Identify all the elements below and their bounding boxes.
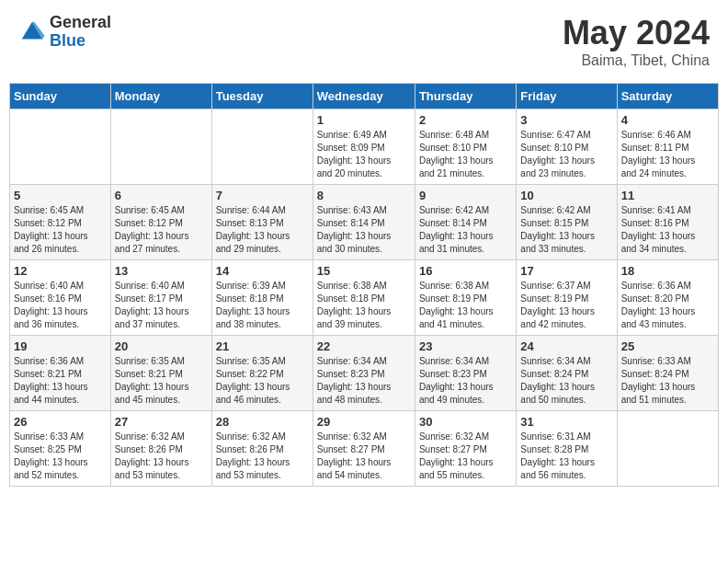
day-number: 31 bbox=[520, 415, 612, 429]
day-info: Sunrise: 6:39 AM Sunset: 8:18 PM Dayligh… bbox=[216, 280, 309, 331]
day-info: Sunrise: 6:32 AM Sunset: 8:26 PM Dayligh… bbox=[216, 431, 309, 482]
day-info: Sunrise: 6:34 AM Sunset: 8:24 PM Dayligh… bbox=[520, 355, 612, 407]
weekday-header-saturday: Saturday bbox=[617, 84, 718, 109]
day-number: 10 bbox=[520, 189, 612, 202]
day-number: 13 bbox=[115, 264, 208, 278]
calendar-table: SundayMondayTuesdayWednesdayThursdayFrid… bbox=[9, 83, 719, 487]
calendar-cell: 8Sunrise: 6:43 AM Sunset: 8:14 PM Daylig… bbox=[313, 185, 415, 260]
calendar-cell bbox=[10, 109, 111, 185]
calendar-cell: 14Sunrise: 6:39 AM Sunset: 8:18 PM Dayli… bbox=[211, 260, 313, 336]
location: Baima, Tibet, China bbox=[563, 52, 710, 69]
day-info: Sunrise: 6:40 AM Sunset: 8:16 PM Dayligh… bbox=[14, 280, 107, 331]
calendar-cell: 23Sunrise: 6:34 AM Sunset: 8:23 PM Dayli… bbox=[415, 336, 516, 411]
day-info: Sunrise: 6:41 AM Sunset: 8:16 PM Dayligh… bbox=[621, 204, 714, 256]
day-info: Sunrise: 6:35 AM Sunset: 8:21 PM Dayligh… bbox=[115, 355, 208, 407]
day-info: Sunrise: 6:36 AM Sunset: 8:20 PM Dayligh… bbox=[621, 280, 714, 331]
calendar-cell bbox=[211, 109, 313, 185]
calendar-cell: 30Sunrise: 6:32 AM Sunset: 8:27 PM Dayli… bbox=[415, 411, 516, 487]
day-info: Sunrise: 6:47 AM Sunset: 8:10 PM Dayligh… bbox=[520, 129, 612, 180]
day-info: Sunrise: 6:34 AM Sunset: 8:23 PM Dayligh… bbox=[419, 355, 512, 407]
logo: General Blue bbox=[18, 14, 111, 51]
day-number: 16 bbox=[419, 264, 512, 278]
day-info: Sunrise: 6:44 AM Sunset: 8:13 PM Dayligh… bbox=[216, 204, 309, 256]
calendar-cell: 27Sunrise: 6:32 AM Sunset: 8:26 PM Dayli… bbox=[110, 411, 211, 487]
day-info: Sunrise: 6:37 AM Sunset: 8:19 PM Dayligh… bbox=[520, 280, 612, 331]
calendar-cell: 6Sunrise: 6:45 AM Sunset: 8:12 PM Daylig… bbox=[110, 185, 211, 260]
day-info: Sunrise: 6:32 AM Sunset: 8:27 PM Dayligh… bbox=[317, 431, 411, 482]
calendar-week-0: 1Sunrise: 6:49 AM Sunset: 8:09 PM Daylig… bbox=[10, 109, 719, 185]
calendar-cell bbox=[110, 109, 211, 185]
weekday-header-sunday: Sunday bbox=[10, 84, 111, 109]
day-number: 5 bbox=[14, 189, 107, 202]
day-number: 1 bbox=[317, 113, 411, 127]
calendar-body: 1Sunrise: 6:49 AM Sunset: 8:09 PM Daylig… bbox=[10, 109, 719, 487]
day-number: 21 bbox=[216, 339, 309, 353]
day-number: 4 bbox=[621, 113, 714, 127]
calendar-cell bbox=[617, 411, 718, 487]
calendar-cell: 31Sunrise: 6:31 AM Sunset: 8:28 PM Dayli… bbox=[517, 411, 617, 487]
calendar-week-4: 26Sunrise: 6:33 AM Sunset: 8:25 PM Dayli… bbox=[10, 411, 719, 487]
day-number: 12 bbox=[14, 264, 107, 278]
logo-general: General bbox=[50, 14, 111, 32]
day-info: Sunrise: 6:34 AM Sunset: 8:23 PM Dayligh… bbox=[317, 355, 411, 407]
calendar-cell: 13Sunrise: 6:40 AM Sunset: 8:17 PM Dayli… bbox=[110, 260, 211, 336]
day-info: Sunrise: 6:45 AM Sunset: 8:12 PM Dayligh… bbox=[115, 204, 208, 256]
day-number: 14 bbox=[216, 264, 309, 278]
day-info: Sunrise: 6:46 AM Sunset: 8:11 PM Dayligh… bbox=[621, 129, 714, 180]
calendar-cell: 7Sunrise: 6:44 AM Sunset: 8:13 PM Daylig… bbox=[211, 185, 313, 260]
calendar-cell: 12Sunrise: 6:40 AM Sunset: 8:16 PM Dayli… bbox=[10, 260, 111, 336]
day-number: 19 bbox=[14, 339, 107, 353]
calendar-header-row: SundayMondayTuesdayWednesdayThursdayFrid… bbox=[10, 84, 719, 109]
month-title: May 2024 bbox=[563, 14, 710, 52]
day-number: 23 bbox=[419, 339, 512, 353]
calendar-cell: 20Sunrise: 6:35 AM Sunset: 8:21 PM Dayli… bbox=[110, 336, 211, 411]
weekday-header-wednesday: Wednesday bbox=[313, 84, 415, 109]
day-number: 7 bbox=[216, 189, 309, 202]
calendar-cell: 10Sunrise: 6:42 AM Sunset: 8:15 PM Dayli… bbox=[517, 185, 617, 260]
day-info: Sunrise: 6:36 AM Sunset: 8:21 PM Dayligh… bbox=[14, 355, 107, 407]
calendar-week-1: 5Sunrise: 6:45 AM Sunset: 8:12 PM Daylig… bbox=[10, 185, 719, 260]
calendar-cell: 21Sunrise: 6:35 AM Sunset: 8:22 PM Dayli… bbox=[211, 336, 313, 411]
calendar-cell: 2Sunrise: 6:48 AM Sunset: 8:10 PM Daylig… bbox=[415, 109, 516, 185]
day-info: Sunrise: 6:33 AM Sunset: 8:24 PM Dayligh… bbox=[621, 355, 714, 407]
day-number: 28 bbox=[216, 415, 309, 429]
calendar-cell: 17Sunrise: 6:37 AM Sunset: 8:19 PM Dayli… bbox=[517, 260, 617, 336]
day-info: Sunrise: 6:31 AM Sunset: 8:28 PM Dayligh… bbox=[520, 431, 612, 482]
day-number: 25 bbox=[621, 339, 714, 353]
day-info: Sunrise: 6:48 AM Sunset: 8:10 PM Dayligh… bbox=[419, 129, 512, 180]
day-info: Sunrise: 6:38 AM Sunset: 8:18 PM Dayligh… bbox=[317, 280, 411, 331]
day-info: Sunrise: 6:33 AM Sunset: 8:25 PM Dayligh… bbox=[14, 431, 107, 482]
day-info: Sunrise: 6:42 AM Sunset: 8:14 PM Dayligh… bbox=[419, 204, 512, 256]
day-number: 18 bbox=[621, 264, 714, 278]
calendar-cell: 18Sunrise: 6:36 AM Sunset: 8:20 PM Dayli… bbox=[617, 260, 718, 336]
day-number: 3 bbox=[520, 113, 612, 127]
weekday-header-friday: Friday bbox=[517, 84, 617, 109]
calendar-cell: 4Sunrise: 6:46 AM Sunset: 8:11 PM Daylig… bbox=[617, 109, 718, 185]
calendar-cell: 3Sunrise: 6:47 AM Sunset: 8:10 PM Daylig… bbox=[517, 109, 617, 185]
day-number: 27 bbox=[115, 415, 208, 429]
day-number: 17 bbox=[520, 264, 612, 278]
calendar-cell: 9Sunrise: 6:42 AM Sunset: 8:14 PM Daylig… bbox=[415, 185, 516, 260]
weekday-header-tuesday: Tuesday bbox=[211, 84, 313, 109]
day-info: Sunrise: 6:49 AM Sunset: 8:09 PM Dayligh… bbox=[317, 129, 411, 180]
day-number: 11 bbox=[621, 189, 714, 202]
logo-blue: Blue bbox=[50, 32, 111, 51]
day-info: Sunrise: 6:32 AM Sunset: 8:26 PM Dayligh… bbox=[115, 431, 208, 482]
day-info: Sunrise: 6:32 AM Sunset: 8:27 PM Dayligh… bbox=[419, 431, 512, 482]
day-info: Sunrise: 6:40 AM Sunset: 8:17 PM Dayligh… bbox=[115, 280, 208, 331]
day-number: 29 bbox=[317, 415, 411, 429]
calendar-cell: 24Sunrise: 6:34 AM Sunset: 8:24 PM Dayli… bbox=[517, 336, 617, 411]
calendar-cell: 5Sunrise: 6:45 AM Sunset: 8:12 PM Daylig… bbox=[10, 185, 111, 260]
calendar-cell: 26Sunrise: 6:33 AM Sunset: 8:25 PM Dayli… bbox=[10, 411, 111, 487]
day-number: 2 bbox=[419, 113, 512, 127]
day-info: Sunrise: 6:35 AM Sunset: 8:22 PM Dayligh… bbox=[216, 355, 309, 407]
day-number: 26 bbox=[14, 415, 107, 429]
calendar-week-2: 12Sunrise: 6:40 AM Sunset: 8:16 PM Dayli… bbox=[10, 260, 719, 336]
day-number: 8 bbox=[317, 189, 411, 202]
day-number: 20 bbox=[115, 339, 208, 353]
calendar-week-3: 19Sunrise: 6:36 AM Sunset: 8:21 PM Dayli… bbox=[10, 336, 719, 411]
calendar-cell: 19Sunrise: 6:36 AM Sunset: 8:21 PM Dayli… bbox=[10, 336, 111, 411]
day-number: 6 bbox=[115, 189, 208, 202]
weekday-header-thursday: Thursday bbox=[415, 84, 516, 109]
day-info: Sunrise: 6:43 AM Sunset: 8:14 PM Dayligh… bbox=[317, 204, 411, 256]
